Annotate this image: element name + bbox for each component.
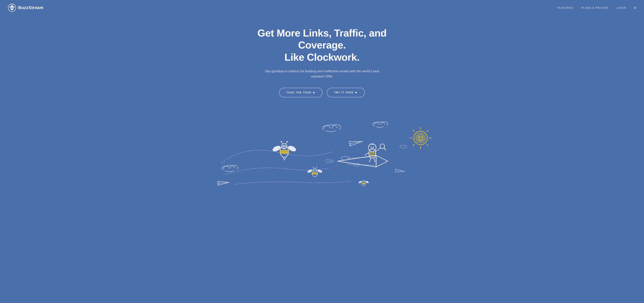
svg-point-9 <box>11 4 12 5</box>
svg-rect-54 <box>312 172 318 173</box>
svg-line-84 <box>369 158 371 162</box>
svg-rect-42 <box>280 150 288 152</box>
take-the-tour-button[interactable]: TAKE THE TOUR ▶ <box>279 88 322 98</box>
take-the-tour-label: TAKE THE TOUR <box>286 91 311 94</box>
svg-point-52 <box>284 146 285 147</box>
try-it-free-arrow: ▶ <box>356 91 358 94</box>
svg-line-38 <box>413 144 414 146</box>
hero-title: Get More Links, Traffic, and Coverage. L… <box>235 27 409 63</box>
svg-point-78 <box>371 146 372 148</box>
svg-point-40 <box>422 136 423 138</box>
svg-line-60 <box>316 167 316 168</box>
svg-line-72 <box>347 164 376 166</box>
svg-point-49 <box>281 141 282 142</box>
hero-buttons: TAKE THE TOUR ▶ TRY IT FREE ▶ <box>279 88 365 98</box>
svg-line-36 <box>427 144 428 146</box>
svg-rect-55 <box>312 174 318 174</box>
hero-subtitle: Say goodbye to tedious list building and… <box>258 68 386 79</box>
svg-point-61 <box>313 167 313 167</box>
svg-marker-70 <box>376 155 388 167</box>
nav-plans-pricing[interactable]: PLANS & PRICING <box>581 6 609 9</box>
svg-rect-26 <box>324 128 340 131</box>
svg-rect-65 <box>362 184 366 184</box>
svg-point-90 <box>400 145 407 148</box>
hamburger-menu-icon[interactable]: ≡ <box>634 6 636 10</box>
svg-line-7 <box>11 5 12 6</box>
hero-illustration <box>206 109 438 190</box>
logo[interactable]: BuzzStream <box>8 4 44 12</box>
buzzstream-logo-icon <box>8 4 16 12</box>
svg-line-80 <box>376 148 381 152</box>
svg-point-56 <box>307 169 312 173</box>
svg-point-62 <box>316 167 317 167</box>
try-it-free-button[interactable]: TRY IT FREE ▶ <box>327 88 365 98</box>
nav-features[interactable]: FEATURES <box>557 6 574 9</box>
svg-line-37 <box>427 130 428 132</box>
logo-text: BuzzStream <box>18 5 44 10</box>
svg-point-10 <box>12 4 13 5</box>
svg-point-67 <box>365 180 369 184</box>
svg-rect-64 <box>362 183 366 184</box>
svg-rect-43 <box>280 152 288 154</box>
svg-line-73 <box>326 159 334 160</box>
svg-point-66 <box>358 180 362 184</box>
svg-line-8 <box>12 5 13 6</box>
try-it-free-label: TRY IT FREE <box>334 91 354 94</box>
svg-point-76 <box>369 148 376 158</box>
svg-point-30 <box>415 132 426 144</box>
svg-line-75 <box>326 162 334 163</box>
svg-line-85 <box>374 158 375 162</box>
svg-rect-89 <box>374 125 387 126</box>
svg-line-35 <box>413 130 414 132</box>
hero-section: Get More Links, Traffic, and Coverage. L… <box>0 16 644 190</box>
svg-line-82 <box>384 148 386 150</box>
svg-line-15 <box>395 171 402 171</box>
nav-login[interactable]: LOGIN <box>616 6 626 9</box>
take-the-tour-arrow: ▶ <box>313 91 316 94</box>
svg-point-79 <box>373 146 374 148</box>
svg-line-59 <box>313 167 314 168</box>
svg-point-50 <box>287 141 288 142</box>
svg-rect-22 <box>224 168 237 170</box>
svg-point-6 <box>11 6 13 7</box>
navbar: BuzzStream FEATURES PLANS & PRICING LOGI… <box>0 0 644 16</box>
illustration-svg <box>206 109 438 190</box>
svg-point-39 <box>418 136 420 138</box>
svg-line-83 <box>365 152 369 155</box>
nav-links: FEATURES PLANS & PRICING LOGIN ≡ <box>557 6 636 10</box>
